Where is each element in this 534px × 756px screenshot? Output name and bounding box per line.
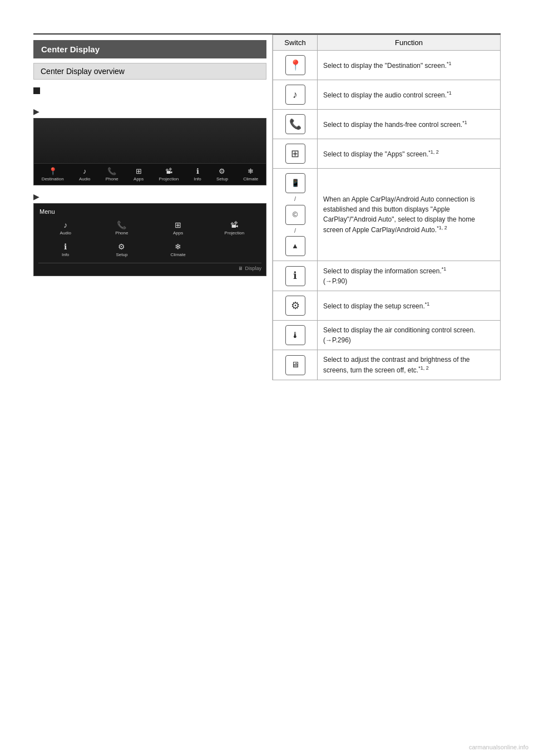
sup-info: *1 — [442, 266, 447, 272]
carplay-icon-2: © — [285, 205, 305, 225]
table-row-climate: 🌡 Select to display the air conditioning… — [273, 321, 501, 350]
menu-projection-icon: 📽 — [230, 220, 238, 229]
apps-icon: ⊞ — [136, 167, 142, 175]
section-header: Center Display — [33, 40, 266, 58]
table-row-destination: 📍 Select to display the "Destination" sc… — [273, 51, 501, 80]
carplay-icons-group: 📱 / © / ▲ — [279, 173, 312, 256]
climate-func-icon: 🌡 — [285, 325, 305, 345]
content-area: Center Display Center Display overview ▶… — [33, 35, 501, 380]
sup-apps: *1, 2 — [428, 149, 439, 155]
menu-setup-label: Setup — [116, 252, 127, 257]
icon-cell-audio: ♪ — [273, 80, 318, 110]
menu-climate-icon: ❄ — [175, 242, 181, 251]
subsection-header: Center Display overview — [33, 63, 266, 80]
display-button: 🖥 Display — [238, 266, 261, 271]
sup-setup: *1 — [425, 301, 430, 307]
apps-label: Apps — [134, 176, 144, 181]
menu-title: Menu — [38, 208, 261, 215]
audio-label: Audio — [79, 176, 90, 181]
table-row-apps: ⊞ Select to display the "Apps" screen.*1… — [273, 139, 501, 169]
carplay-icon-1: 📱 — [285, 173, 305, 193]
menu-grid: ♪ Audio 📞 Phone ⊞ Apps 📽 Projection — [38, 218, 261, 259]
arrow-2: ▶ — [33, 192, 266, 201]
phone-label: Phone — [106, 176, 118, 181]
phone-func-icon: 📞 — [285, 114, 305, 134]
info-icon: ℹ — [196, 167, 199, 175]
menu-climate-label: Climate — [171, 252, 186, 257]
icon-cell-info: ℹ — [273, 261, 318, 291]
screen-icon-destination: 📍 Destination — [42, 167, 64, 181]
menu-apps-label: Apps — [173, 230, 183, 235]
display-label: Display — [245, 266, 261, 271]
icon-cell-carplay: 📱 / © / ▲ — [273, 169, 318, 261]
screen-bg — [149, 138, 151, 144]
menu-bottom-bar: 🖥 Display — [38, 263, 261, 271]
page: Center Display Center Display overview ▶… — [0, 0, 534, 756]
screen-icon-phone: 📞 Phone — [106, 167, 118, 181]
audio-icon: ♪ — [83, 167, 87, 175]
destination-label: Destination — [42, 176, 64, 181]
info-page-ref: (→P.90) — [323, 277, 347, 285]
table-row-audio: ♪ Select to display the audio control sc… — [273, 80, 501, 110]
sup-carplay: *1, 2 — [437, 225, 447, 230]
sup-display: *1, 2 — [418, 365, 429, 371]
display-icon: 🖥 — [238, 266, 243, 271]
page-bottom: carmanualsonline.info — [0, 380, 534, 391]
table-row-display: 🖥 Select to adjust the contrast and brig… — [273, 350, 501, 380]
sup-audio: *1 — [447, 90, 452, 96]
function-cell-info: Select to display the information screen… — [318, 261, 501, 291]
screen-display-1: 📍 Destination ♪ Audio 📞 Phone ⊞ Apps — [33, 118, 266, 185]
screen-icon-setup: ⚙ Setup — [216, 167, 228, 181]
menu-phone-icon: 📞 — [117, 220, 126, 229]
menu-info-icon: ℹ — [64, 242, 67, 251]
col-switch-header: Switch — [273, 35, 318, 51]
setup-label: Setup — [216, 176, 228, 181]
slash-1: / — [294, 194, 296, 204]
setup-icon: ⚙ — [219, 167, 225, 175]
icon-cell-climate: 🌡 — [273, 321, 318, 350]
destination-icon: 📍 — [48, 167, 57, 175]
menu-projection-label: Projection — [225, 230, 245, 235]
col-function-header: Function — [318, 35, 501, 51]
slash-2: / — [294, 226, 296, 235]
info-func-icon: ℹ — [285, 266, 305, 286]
icon-cell-setup: ⚙ — [273, 291, 318, 321]
table-row-phone: 📞 Select to display the hands-free contr… — [273, 110, 501, 139]
screen-icon-apps: ⊞ Apps — [134, 167, 144, 181]
climate-icon: ❄ — [248, 167, 254, 175]
info-label: Info — [194, 176, 201, 181]
left-panel: Center Display Center Display overview ▶… — [33, 35, 273, 380]
function-cell-phone: Select to display the hands-free control… — [318, 110, 501, 139]
function-table: Switch Function 📍 Select to display the … — [273, 35, 501, 380]
menu-item-setup: ⚙ Setup — [95, 240, 149, 259]
table-row-carplay: 📱 / © / ▲ When an Apple CarPlay/Android … — [273, 169, 501, 261]
icon-cell-destination: 📍 — [273, 51, 318, 80]
function-cell-destination: Select to display the "Destination" scre… — [318, 51, 501, 80]
projection-icon: 📽 — [165, 167, 172, 175]
phone-icon: 📞 — [107, 167, 116, 175]
climate-label: Climate — [243, 176, 258, 181]
menu-screen: Menu ♪ Audio 📞 Phone ⊞ Apps � — [33, 203, 266, 276]
screen-top-area — [34, 119, 266, 163]
menu-phone-label: Phone — [115, 230, 128, 235]
table-row-setup: ⚙ Select to display the setup screen.*1 — [273, 291, 501, 321]
screen-icon-audio: ♪ Audio — [79, 167, 90, 181]
screen-icon-projection: 📽 Projection — [159, 167, 179, 181]
function-cell-carplay: When an Apple CarPlay/Android Auto conne… — [318, 169, 501, 261]
menu-setup-icon: ⚙ — [118, 242, 125, 251]
right-panel: Switch Function 📍 Select to display the … — [273, 35, 501, 380]
icon-cell-apps: ⊞ — [273, 139, 318, 169]
function-cell-setup: Select to display the setup screen.*1 — [318, 291, 501, 321]
sup-phone: *1 — [462, 120, 467, 125]
menu-item-audio: ♪ Audio — [38, 218, 92, 238]
climate-page-ref: (→P.296) — [323, 336, 351, 344]
screen-icon-climate: ❄ Climate — [243, 167, 258, 181]
icon-cell-phone: 📞 — [273, 110, 318, 139]
function-cell-audio: Select to display the audio control scre… — [318, 80, 501, 110]
carplay-icon-3: ▲ — [285, 236, 305, 256]
menu-item-climate: ❄ Climate — [151, 240, 205, 259]
display-func-icon: 🖥 — [285, 355, 305, 375]
menu-item-apps: ⊞ Apps — [151, 218, 205, 238]
menu-item-phone: 📞 Phone — [95, 218, 149, 238]
menu-info-label: Info — [62, 252, 69, 257]
